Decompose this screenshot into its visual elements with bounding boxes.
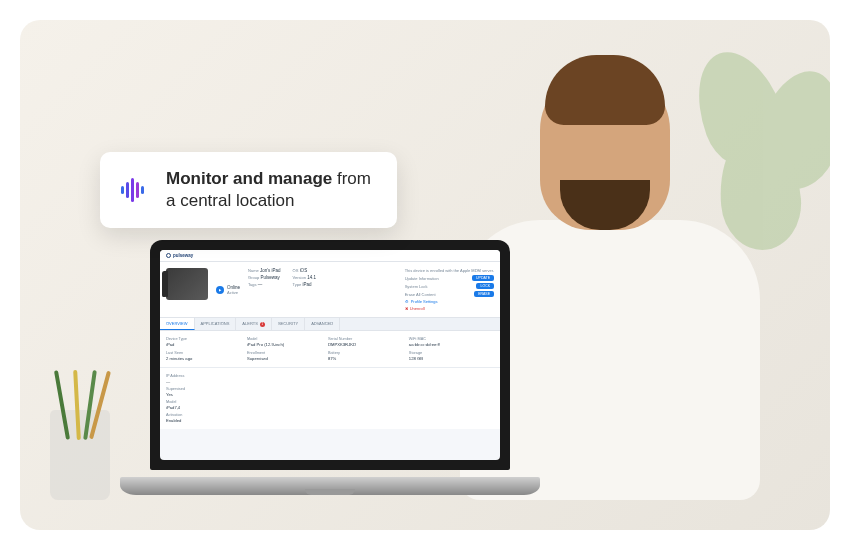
erase-button[interactable]: ERASE [474, 291, 494, 297]
device-thumbnail [166, 268, 208, 300]
feature-callout: Monitor and manage from a central locati… [100, 152, 397, 228]
tab-alerts[interactable]: ALERTS 1 [236, 318, 272, 330]
lower-details: IP Address— SupervisedYes ModeliPad7,4 A… [160, 367, 500, 429]
svg-rect-1 [126, 182, 129, 198]
callout-line2: a central location [166, 190, 371, 212]
svg-rect-0 [121, 186, 124, 194]
tab-applications[interactable]: APPLICATIONS [195, 318, 237, 330]
promo-scene: pulseway Online Active Name Jon [20, 20, 830, 530]
lock-button[interactable]: LOCK [476, 283, 494, 289]
action-panel: This device is enrolled with the Apple M… [405, 268, 494, 311]
svg-rect-3 [136, 182, 139, 198]
info-col: Name Jon's iPad Group Pulseway Tags — [248, 268, 281, 311]
status-sub: Active [227, 290, 240, 295]
pulse-icon [116, 172, 152, 208]
callout-text: Monitor and manage from a central locati… [166, 168, 371, 212]
device-summary: Online Active Name Jon's iPad Group Puls… [160, 262, 500, 317]
play-icon[interactable] [216, 286, 224, 294]
profile-settings-link[interactable]: ⚙ Profile Settings [405, 299, 494, 304]
alerts-badge: 1 [260, 322, 265, 327]
dashboard-screen: pulseway Online Active Name Jon [160, 250, 500, 460]
tab-security[interactable]: SECURITY [272, 318, 305, 330]
info-col: OS iOS Version 14.1 Type iPad [293, 268, 316, 311]
device-info-columns: Name Jon's iPad Group Pulseway Tags — OS… [248, 268, 397, 311]
gear-icon: ⚙ [405, 299, 409, 304]
svg-rect-2 [131, 178, 134, 202]
svg-rect-4 [141, 186, 144, 194]
callout-bold: Monitor and manage [166, 169, 332, 188]
details-grid: Device TypeiPad ModeliPad Pro (12.9-inch… [160, 331, 500, 367]
tab-overview[interactable]: OVERVIEW [160, 318, 195, 330]
update-button[interactable]: UPDATE [472, 275, 494, 281]
close-icon: ✖ [405, 306, 408, 311]
device-status: Online Active [216, 268, 240, 311]
tab-bar: OVERVIEW APPLICATIONS ALERTS 1 SECURITY … [160, 317, 500, 331]
laptop-mockup: pulseway Online Active Name Jon [120, 240, 540, 530]
tab-advanced[interactable]: ADVANCED [305, 318, 340, 330]
status-label: Online [227, 285, 240, 290]
unenroll-link[interactable]: ✖ Unenroll [405, 306, 494, 311]
brand-logo: pulseway [166, 253, 193, 258]
dashboard-header: pulseway [160, 250, 500, 262]
action-note: This device is enrolled with the Apple M… [405, 268, 494, 273]
brand-name: pulseway [173, 253, 193, 258]
